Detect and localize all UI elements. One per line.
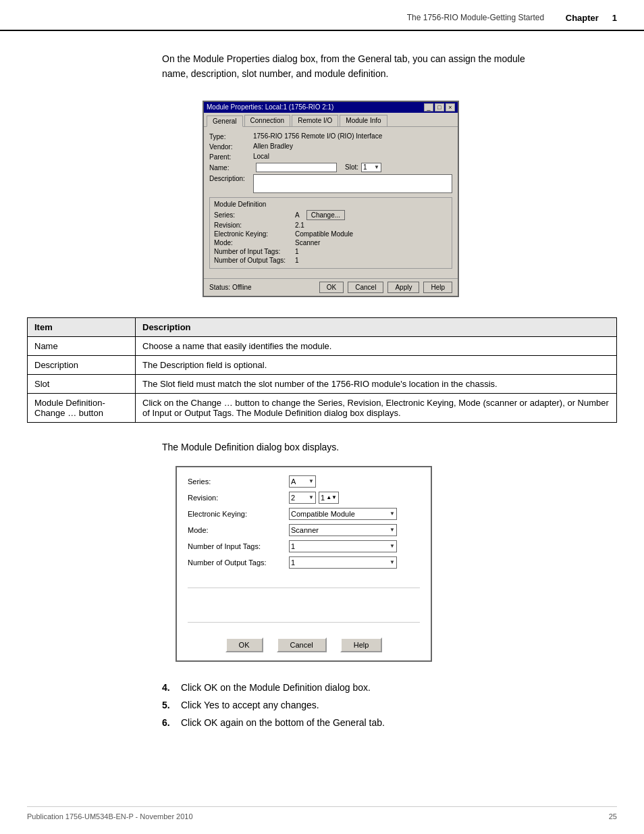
input-tags-row: Number of Input Tags: 1 bbox=[214, 248, 448, 255]
dialog-footer: Status: Offline OK Cancel Apply Help bbox=[204, 278, 458, 296]
slot-value: 1 bbox=[363, 163, 367, 171]
mod-def-footer: OK Cancel Help bbox=[177, 629, 431, 660]
input-tags-label: Number of Input Tags: bbox=[214, 248, 295, 255]
mode-select-value: Scanner bbox=[291, 526, 319, 534]
spinner-arrows-icon: ▲▼ bbox=[326, 494, 337, 500]
step-item: 6.Click OK again on the bottom of the Ge… bbox=[162, 717, 617, 728]
status-text: Status: Offline bbox=[209, 284, 315, 291]
ok-button[interactable]: OK bbox=[319, 282, 344, 293]
revision-major-arrow-icon: ▼ bbox=[308, 494, 314, 500]
mod-def-help-button[interactable]: Help bbox=[340, 637, 383, 652]
name-slot-row: Name: Slot: 1 ▼ bbox=[209, 163, 452, 172]
revision-major-value: 2 bbox=[291, 494, 295, 502]
mode-label: Mode: bbox=[214, 239, 295, 246]
type-label: Type: bbox=[209, 132, 253, 140]
revision-label: Revision: bbox=[214, 221, 295, 229]
tab-remote-io[interactable]: Remote I/O bbox=[292, 115, 338, 126]
vendor-row: Vendor: Allen Bradley bbox=[209, 142, 452, 151]
dialog-divider2 bbox=[188, 622, 420, 623]
table-row: Module Definition- Change … buttonClick … bbox=[28, 393, 617, 422]
revision-major-select[interactable]: 2 ▼ bbox=[289, 492, 316, 504]
mod-def-input-tags-row: Number of Input Tags: 1 ▼ bbox=[188, 540, 420, 552]
module-def-dialog-image: Series: A ▼ Revision: 2 ▼ bbox=[176, 466, 432, 662]
minimize-btn[interactable]: _ bbox=[424, 103, 433, 111]
input-tags-value: 1 bbox=[295, 248, 299, 255]
electronic-keying-row: Electronic Keying: Compatible Module bbox=[214, 230, 448, 238]
cancel-button[interactable]: Cancel bbox=[348, 282, 383, 293]
output-tags-value: 1 bbox=[295, 257, 299, 264]
module-props-dialog: Module Properties: Local:1 (1756-RIO 2:1… bbox=[203, 101, 459, 297]
series-select-value: A bbox=[291, 477, 296, 486]
output-tags-label: Number of Output Tags: bbox=[214, 257, 295, 264]
dialog-spacer bbox=[177, 595, 431, 615]
table-row: NameChoose a name that easily identifies… bbox=[28, 336, 617, 355]
change-button[interactable]: Change... bbox=[306, 210, 345, 220]
series-arrow-icon: ▼ bbox=[308, 478, 314, 484]
page-number: 25 bbox=[609, 812, 617, 820]
series-label: Series: bbox=[214, 211, 295, 219]
page-footer: Publication 1756-UM534B-EN-P - November … bbox=[27, 806, 617, 820]
output-tags-row: Number of Output Tags: 1 bbox=[214, 257, 448, 264]
keying-select[interactable]: Compatible Module ▼ bbox=[289, 508, 397, 520]
series-select[interactable]: A ▼ bbox=[289, 475, 316, 488]
mod-def-series-control: A ▼ bbox=[289, 475, 316, 488]
revision-minor-value: 1 bbox=[321, 494, 325, 502]
parent-value: Local bbox=[253, 153, 452, 160]
keying-value: Compatible Module bbox=[291, 510, 355, 518]
dialog-body: Type: 1756-RIO 1756 Remote I/O (RIO) Int… bbox=[204, 127, 458, 278]
parent-row: Parent: Local bbox=[209, 153, 452, 161]
electronic-keying-value: Compatible Module bbox=[295, 230, 353, 238]
col-item-header: Item bbox=[28, 317, 136, 336]
parent-label: Parent: bbox=[209, 153, 253, 161]
tab-general[interactable]: General bbox=[207, 115, 243, 127]
mod-def-mode-label: Mode: bbox=[188, 526, 289, 534]
help-button[interactable]: Help bbox=[423, 282, 452, 293]
electronic-keying-label: Electronic Keying: bbox=[214, 230, 295, 238]
step-text: Click OK on the Module Definition dialog… bbox=[181, 682, 371, 693]
slot-arrow-icon: ▼ bbox=[374, 164, 379, 170]
tab-connection[interactable]: Connection bbox=[244, 115, 291, 126]
vendor-label: Vendor: bbox=[209, 142, 253, 151]
step-number: 4. bbox=[162, 682, 176, 693]
module-def-title: Module Definition bbox=[214, 201, 448, 208]
vendor-value: Allen Bradley bbox=[253, 142, 452, 150]
input-tags-arrow-icon: ▼ bbox=[390, 543, 395, 549]
status-value: Offline bbox=[232, 284, 252, 291]
header-right: The 1756-RIO Module-Getting Started Chap… bbox=[407, 12, 617, 23]
status-label: Status: bbox=[209, 284, 230, 291]
step-item: 5.Click Yes to accept any changes. bbox=[162, 700, 617, 710]
mode-value: Scanner bbox=[295, 239, 320, 246]
apply-button[interactable]: Apply bbox=[387, 282, 419, 293]
input-tags-select[interactable]: 1 ▼ bbox=[289, 540, 397, 552]
output-tags-select[interactable]: 1 ▼ bbox=[289, 556, 397, 569]
series-row: Series: A Change... bbox=[214, 210, 448, 220]
name-input[interactable] bbox=[256, 163, 337, 172]
table-cell-item: Name bbox=[28, 336, 136, 355]
table-cell-description: Click on the Change … button to change t… bbox=[136, 393, 617, 422]
header-title: The 1756-RIO Module-Getting Started bbox=[407, 13, 544, 22]
mod-def-keying-row: Electronic Keying: Compatible Module ▼ bbox=[188, 508, 420, 520]
mod-def-revision-row: Revision: 2 ▼ 1 ▲▼ bbox=[188, 492, 420, 504]
module-definition-group: Module Definition Series: A Change... Re… bbox=[209, 197, 452, 269]
maximize-btn[interactable]: □ bbox=[435, 103, 444, 111]
table-cell-description: Choose a name that easily identifies the… bbox=[136, 336, 617, 355]
slot-dropdown[interactable]: 1 ▼ bbox=[361, 163, 381, 172]
step-text: Click Yes to accept any changes. bbox=[181, 700, 319, 710]
step-number: 6. bbox=[162, 717, 176, 728]
mod-def-cancel-button[interactable]: Cancel bbox=[277, 637, 327, 652]
mod-def-ok-button[interactable]: OK bbox=[225, 637, 263, 652]
module-props-dialog-image: Module Properties: Local:1 (1756-RIO 2:1… bbox=[203, 101, 459, 297]
header-chapter-label: Chapter bbox=[566, 13, 599, 23]
revision-minor-spinner[interactable]: 1 ▲▼ bbox=[319, 492, 339, 504]
tab-module-info[interactable]: Module Info bbox=[340, 115, 387, 126]
page-header: The 1756-RIO Module-Getting Started Chap… bbox=[0, 0, 644, 31]
close-btn[interactable]: × bbox=[446, 103, 455, 111]
type-row: Type: 1756-RIO 1756 Remote I/O (RIO) Int… bbox=[209, 132, 452, 140]
mod-def-revision-control: 2 ▼ 1 ▲▼ bbox=[289, 492, 339, 504]
revision-value: 2.1 bbox=[295, 221, 304, 229]
table-cell-description: The Slot field must match the slot numbe… bbox=[136, 374, 617, 393]
description-textarea[interactable] bbox=[253, 174, 452, 193]
slot-label: Slot: bbox=[345, 163, 358, 171]
output-tags-arrow-icon: ▼ bbox=[390, 559, 395, 565]
mode-select[interactable]: Scanner ▼ bbox=[289, 524, 397, 536]
